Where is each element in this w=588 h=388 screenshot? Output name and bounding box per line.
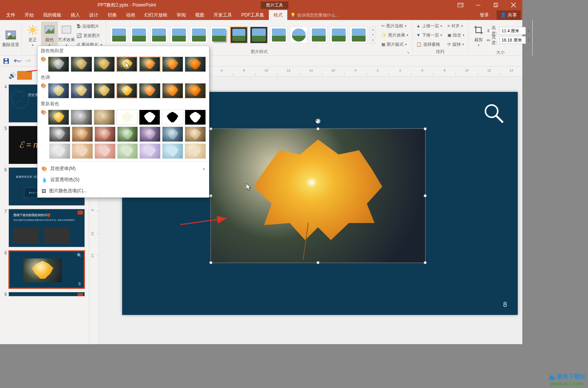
recolor-option[interactable] <box>94 127 116 142</box>
bring-forward-button[interactable]: ▲上移一层▾ <box>415 22 444 30</box>
height-input[interactable] <box>500 27 526 35</box>
recolor-option[interactable] <box>139 110 160 125</box>
recolor-option[interactable] <box>72 143 93 159</box>
style-thumb[interactable] <box>310 27 328 43</box>
tone-option[interactable] <box>162 83 183 98</box>
tone-option[interactable] <box>71 83 92 98</box>
tab-design[interactable]: 设计 <box>84 10 103 20</box>
tone-option[interactable] <box>185 83 206 98</box>
group-button[interactable]: ▣组合▾ <box>446 31 466 39</box>
color-button[interactable]: 颜色▾ <box>41 22 58 49</box>
recolor-option[interactable] <box>72 127 93 142</box>
tab-format[interactable]: 格式 <box>269 10 287 20</box>
picture-color-options-item[interactable]: 🖼 图片颜色选项(C)... <box>38 185 209 196</box>
tab-templates[interactable]: 我的模板 <box>38 10 66 20</box>
set-transparent-item[interactable]: 💧 设置透明色(S) <box>38 174 209 185</box>
tab-pdf[interactable]: PDF工具集 <box>237 10 269 20</box>
tone-option[interactable] <box>48 83 69 98</box>
style-thumb[interactable] <box>210 27 228 43</box>
recolor-option[interactable] <box>139 127 161 142</box>
gallery-down[interactable]: ▾ <box>370 32 376 38</box>
tone-option[interactable] <box>94 83 115 98</box>
style-thumb[interactable] <box>110 27 128 43</box>
login-button[interactable]: 登录 <box>475 10 494 20</box>
minimize-button[interactable] <box>469 0 487 10</box>
align-button[interactable]: ≡对齐▾ <box>446 22 466 30</box>
change-picture-button[interactable]: 🔄更改图片 <box>75 31 104 40</box>
gallery-expand[interactable]: ▾ <box>370 38 376 43</box>
recolor-option[interactable] <box>162 127 183 142</box>
stepper-icon[interactable]: ⇕ <box>527 29 530 33</box>
tab-developer[interactable]: 开发工具 <box>209 10 237 20</box>
recolor-option[interactable] <box>71 110 92 125</box>
thumb-item-9[interactable]: 9 <box>0 290 89 299</box>
style-thumb[interactable] <box>170 27 188 43</box>
style-thumb-selected[interactable] <box>230 27 248 43</box>
size-dialog-launcher[interactable]: ↘ <box>525 49 531 55</box>
saturation-option[interactable] <box>48 57 69 72</box>
close-button[interactable] <box>505 0 522 10</box>
corrections-button[interactable]: 更正▾ <box>24 22 41 49</box>
recolor-option[interactable] <box>48 110 69 125</box>
picture-border-button[interactable]: ✏图片边框▾ <box>380 22 410 30</box>
recolor-option[interactable] <box>185 143 206 159</box>
tab-review[interactable]: 审阅 <box>172 10 190 20</box>
rotate-button[interactable]: ⟳旋转▾ <box>446 40 466 48</box>
style-thumb[interactable] <box>130 27 148 43</box>
send-backward-button[interactable]: ▼下移一层▾ <box>415 31 444 39</box>
recolor-option[interactable] <box>49 127 70 142</box>
style-thumb[interactable] <box>350 27 368 43</box>
tone-option[interactable] <box>139 83 160 98</box>
saturation-option[interactable] <box>185 57 206 72</box>
ribbon-options-icon[interactable] <box>452 0 469 10</box>
recolor-option[interactable] <box>116 110 137 125</box>
tab-view[interactable]: 视图 <box>190 10 209 20</box>
recolor-option[interactable] <box>162 143 183 159</box>
thumb-item-8-selected[interactable]: 8 🔍 8 <box>0 249 89 290</box>
tab-animations[interactable]: 动画 <box>121 10 140 20</box>
saturation-option[interactable] <box>71 57 92 72</box>
style-thumb[interactable] <box>150 27 168 43</box>
width-input[interactable] <box>500 36 526 44</box>
more-variations-item[interactable]: 🎨 其他变体(M) ▸ <box>38 163 209 174</box>
saturation-option-selected[interactable] <box>116 57 137 72</box>
tell-me[interactable]: 💡告诉我您想要做什么... <box>290 12 339 18</box>
recolor-option[interactable] <box>117 143 138 159</box>
compress-picture-button[interactable]: 🗜压缩图片 <box>75 22 104 30</box>
style-thumb[interactable] <box>190 27 208 43</box>
restore-button[interactable] <box>487 0 505 10</box>
recolor-option[interactable] <box>185 110 206 125</box>
tab-file[interactable]: 文件 <box>2 10 20 20</box>
recolor-option[interactable] <box>139 143 161 159</box>
style-thumb[interactable] <box>250 27 268 43</box>
remove-background-button[interactable]: 删除背景 <box>2 24 19 52</box>
selected-image[interactable] <box>210 128 426 263</box>
stepper-icon[interactable]: ⇕ <box>527 38 530 42</box>
recolor-option[interactable] <box>94 143 116 159</box>
thumb-item-7[interactable]: 7 围绕下级别的因处财的示课有关主题您可以使用的标准置法的子目符目标不具一种选文… <box>0 207 89 249</box>
undo-button[interactable]: ▾ <box>13 58 22 64</box>
rotate-handle[interactable] <box>315 118 321 124</box>
share-button[interactable]: 👤共享 <box>497 10 521 20</box>
collapse-ribbon-icon[interactable]: ˇ <box>535 36 537 40</box>
save-button[interactable] <box>3 58 9 64</box>
picture-effects-button[interactable]: ✨图片效果▾ <box>380 31 410 39</box>
tab-home[interactable]: 开始 <box>20 10 38 20</box>
style-thumb[interactable] <box>290 27 308 43</box>
picture-layout-button[interactable]: ▦图片版式▾ <box>380 40 410 48</box>
saturation-option[interactable] <box>162 57 183 72</box>
tab-transitions[interactable]: 切换 <box>103 10 121 20</box>
recolor-option[interactable] <box>117 127 138 142</box>
saturation-option-hover[interactable] <box>139 57 160 72</box>
recolor-option[interactable] <box>185 127 206 142</box>
tone-option-selected[interactable] <box>116 83 137 98</box>
selection-pane-button[interactable]: 📋选择窗格 <box>415 40 444 48</box>
tab-slideshow[interactable]: 幻灯片放映 <box>140 10 172 20</box>
recolor-option[interactable] <box>49 143 70 159</box>
recolor-option[interactable] <box>94 110 115 125</box>
style-thumb[interactable] <box>270 27 288 43</box>
style-thumb[interactable] <box>330 27 348 43</box>
gallery-up[interactable]: ▴ <box>370 27 376 32</box>
crop-button[interactable]: 裁剪▾ <box>471 22 487 49</box>
recolor-option[interactable] <box>162 110 183 125</box>
